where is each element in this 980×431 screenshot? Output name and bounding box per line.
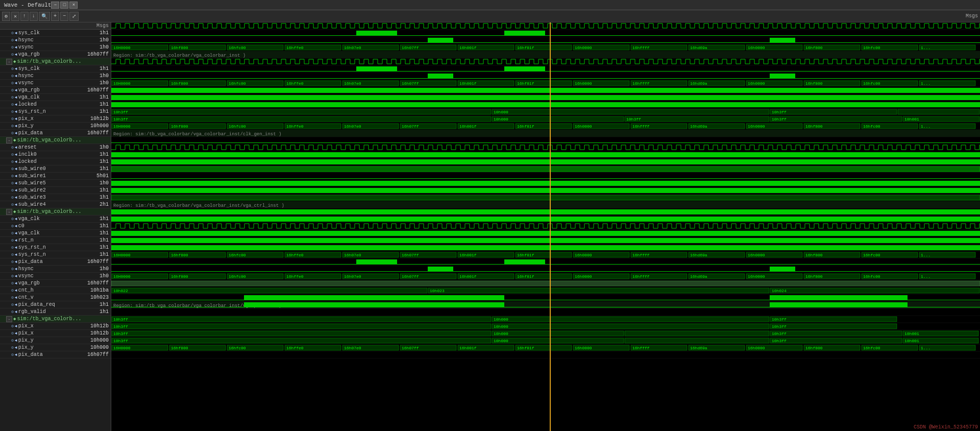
collapse-btn[interactable]: - [6, 59, 12, 65]
collapse-btn[interactable]: - [6, 316, 12, 322]
signal-rows-container: ⚙◄sys_clk1h1⚙◄hsync1h0⚙◄vsync1h0⚙◄vga_rg… [0, 30, 111, 358]
signal-name: pix_data_req [18, 302, 85, 307]
signal-row: ⚙◄pix_data16h07ff [0, 130, 111, 137]
signal-row: ⚙◄sub_wire15h01 [0, 173, 111, 180]
collapse-btn[interactable]: - [6, 209, 12, 215]
signal-row: ⚙◄vsync1h0 [0, 44, 111, 51]
svg-text:10h022: 10h022 [113, 289, 128, 293]
toolbar-up-button[interactable]: ↑ [20, 12, 29, 21]
svg-text:16hffe0: 16hffe0 [286, 81, 304, 86]
svg-rect-313 [504, 259, 545, 265]
signal-value: 1h1 [85, 102, 111, 107]
svg-rect-217 [111, 88, 980, 93]
svg-text:16h07ff: 16h07ff [402, 274, 419, 279]
svg-text:10h000: 10h000 [494, 324, 508, 329]
signal-value: 1h1 [85, 195, 111, 200]
svg-rect-363 [244, 302, 504, 307]
svg-text:16hfc00: 16hfc00 [863, 346, 880, 350]
toolbar-fit-button[interactable]: ⤢ [69, 12, 79, 21]
svg-text:10h3ff: 10h3ff [113, 317, 128, 322]
signal-name: locked [18, 159, 85, 164]
signal-value: 1h0 [85, 145, 111, 150]
svg-text:10h3ff: 10h3ff [772, 324, 787, 329]
svg-rect-375 [492, 324, 769, 329]
svg-text:16h07ff: 16h07ff [402, 45, 419, 50]
svg-text:16hfc00: 16hfc00 [229, 45, 246, 50]
svg-rect-178 [356, 66, 397, 71]
toolbar-down-button[interactable]: ↓ [30, 12, 38, 21]
svg-text:16h0000: 16h0000 [575, 253, 592, 257]
svg-text:16h0000: 16h0000 [748, 81, 765, 86]
svg-rect-392 [625, 338, 769, 343]
svg-rect-181 [545, 71, 980, 71]
svg-text:10h000: 10h000 [494, 117, 508, 122]
signal-value: 10h000 [85, 123, 111, 129]
svg-rect-312 [397, 264, 504, 265]
signal-name: vga_rgb [18, 87, 85, 93]
svg-text:16H0000: 16H0000 [113, 346, 131, 350]
collapse-btn[interactable]: - [6, 137, 12, 143]
signal-value: 1h0 [85, 273, 111, 279]
svg-rect-231 [625, 116, 769, 122]
toolbar-zoom-out-button[interactable]: − [60, 12, 68, 21]
wave-panel[interactable]: Region: sim:/tb_vga_colorbar/vga_colorba… [111, 22, 980, 431]
signal-row: ⚙◄sub_wire51h0 [0, 180, 111, 187]
signal-value: 1h1 [85, 302, 111, 307]
toolbar-search-button[interactable]: 🔍 [39, 12, 50, 21]
wave-svg: Region: sim:/tb_vga_colorbar/vga_colorba… [111, 22, 980, 431]
maximize-button[interactable]: □ [60, 2, 68, 9]
toolbar-insert-button[interactable]: ⊕ [2, 12, 10, 21]
svg-text:16hffe0: 16hffe0 [286, 253, 304, 257]
signal-row: ⚙◄pix_data16h07ff [0, 351, 111, 358]
signal-row: ⚙◄pix_data16h07ff [0, 258, 111, 266]
signal-name: cnt_v [18, 295, 85, 300]
signal-value: 10h1ba [85, 288, 111, 293]
signal-value: 1h1 [85, 237, 111, 243]
signal-value: 16h07ff [85, 280, 111, 286]
minimize-button[interactable]: − [51, 2, 59, 9]
svg-text:16hfc00: 16hfc00 [229, 124, 246, 129]
signal-value: 10h000 [85, 338, 111, 343]
svg-rect-316 [428, 267, 453, 272]
close-button[interactable]: × [69, 2, 78, 9]
signal-row: ⚙◄pix_x10h12b [0, 115, 111, 123]
signal-name: sim:/tb_vga_colorb... [17, 137, 111, 143]
signal-name: sim:/tb_vga_colorb... [17, 59, 111, 64]
signal-name: inclk0 [18, 152, 85, 157]
svg-text:16hf800: 16hf800 [805, 274, 823, 279]
svg-rect-143 [428, 38, 453, 43]
svg-text:16hf81f: 16hf81f [517, 124, 534, 129]
svg-rect-222 [492, 109, 769, 114]
signal-row: -◆sim:/tb_vga_colorb... [0, 208, 111, 216]
toolbar-delete-button[interactable]: ✕ [11, 12, 19, 21]
signal-value: 1h1 [85, 152, 111, 157]
signal-row: ⚙◄hsync1h0 [0, 37, 111, 44]
svg-text:16h0000: 16h0000 [575, 45, 592, 50]
svg-rect-315 [111, 271, 428, 272]
svg-text:16hf81f: 16hf81f [517, 346, 534, 350]
svg-rect-360 [770, 295, 908, 300]
svg-rect-353 [428, 288, 769, 293]
svg-text:16hf800: 16hf800 [805, 81, 823, 86]
svg-text:10h3ff: 10h3ff [772, 331, 787, 336]
signal-name: cnt_h [18, 288, 85, 293]
svg-text:1...: 1... [921, 253, 930, 257]
svg-text:1...: 1... [921, 346, 930, 350]
svg-rect-358 [111, 300, 244, 300]
signal-name: areset [18, 145, 85, 150]
svg-text:16hd69a: 16hd69a [690, 45, 707, 50]
signal-name: sim:/tb_vga_colorb... [17, 316, 111, 322]
svg-rect-220 [112, 109, 491, 114]
signal-value: 10h12b [85, 323, 111, 329]
svg-text:16h0000: 16h0000 [575, 346, 592, 350]
svg-text:16hffe0: 16hffe0 [286, 274, 304, 279]
svg-text:16h07ff: 16h07ff [402, 124, 419, 129]
svg-rect-186 [795, 78, 980, 79]
signal-name: c0 [18, 223, 85, 229]
signal-name: vga_rgb [18, 280, 85, 286]
svg-rect-138 [356, 31, 397, 36]
toolbar-zoom-in-button[interactable]: + [51, 12, 59, 21]
svg-rect-371 [770, 317, 897, 322]
svg-text:10h3ff: 10h3ff [772, 317, 787, 322]
svg-rect-140 [504, 31, 545, 36]
